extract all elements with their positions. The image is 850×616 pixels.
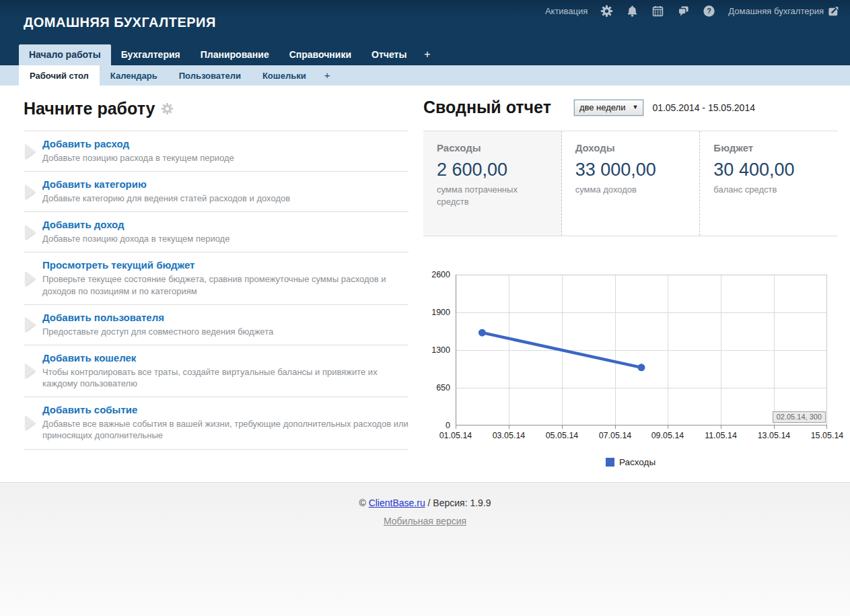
add-tab-button[interactable]: + (417, 44, 437, 65)
summary-report-section: Сводный отчет две недели ▼ 01.05.2014 - … (423, 98, 838, 482)
external-link-icon[interactable] (828, 5, 841, 18)
summary-title: Сводный отчет (423, 98, 551, 117)
period-select[interactable]: две недели ▼ (574, 100, 643, 116)
tab-accounting[interactable]: Бухгалтерия (111, 44, 190, 65)
tab-directories[interactable]: Справочники (279, 44, 361, 65)
y-axis-tick: 0 (423, 420, 450, 431)
copyright-line: © ClientBase.ru / Версия: 1.9.9 (0, 498, 850, 508)
list-item-title[interactable]: Добавить категорию (42, 178, 409, 190)
arrow-right-icon (25, 225, 35, 240)
stat-card-budget[interactable]: Бюджет 30 400,00 баланс средств (700, 131, 838, 236)
chart-svg (456, 275, 827, 430)
list-item-title[interactable]: Добавить событие (42, 404, 409, 415)
plot-area: 02.05.14, 300 (456, 275, 827, 430)
copyright-symbol: © (359, 498, 365, 508)
tab-getting-started[interactable]: Начало работы (19, 44, 111, 65)
list-item-description: Чтобы контролировать все траты, создайте… (42, 366, 409, 389)
mobile-version-link[interactable]: Мобильная версия (384, 516, 466, 526)
x-axis-tick: 03.05.14 (493, 431, 526, 440)
list-item-add-user[interactable]: Добавить пользователя Предоставьте досту… (24, 305, 409, 345)
list-item-title[interactable]: Добавить кошелек (42, 352, 409, 364)
x-axis-tick: 13.05.14 (758, 431, 791, 440)
page-footer: © ClientBase.ru / Версия: 1.9.9 Мобильна… (0, 482, 850, 616)
subtab-desktop[interactable]: Рабочий стол (19, 65, 100, 85)
list-item-title[interactable]: Добавить доход (42, 219, 409, 230)
summary-header: Сводный отчет две недели ▼ 01.05.2014 - … (423, 98, 838, 117)
x-axis-tick: 01.05.14 (439, 431, 472, 440)
bell-icon[interactable] (626, 5, 639, 18)
list-item-description: Добавьте все важные события в вашей жизн… (42, 418, 409, 441)
stats-row: Расходы 2 600,00 сумма потраченных средс… (423, 131, 838, 236)
stat-value: 2 600,00 (437, 160, 548, 180)
stat-caption: сумма доходов (575, 184, 686, 196)
subtab-users[interactable]: Пользователи (168, 65, 252, 85)
sub-nav: Рабочий стол Календарь Пользователи Коше… (0, 65, 850, 85)
list-item-title[interactable]: Добавить пользователя (42, 312, 409, 323)
x-axis-tick: 15.05.14 (811, 431, 844, 440)
app-title: ДОМАШНЯЯ БУХГАЛТЕРИЯ (24, 15, 216, 30)
gear-icon[interactable] (600, 5, 613, 18)
header-actions: Активация ? Домашняя бухгалтерия (545, 5, 841, 18)
y-axis-tick: 650 (423, 382, 450, 393)
list-item-description: Добавьте категорию для ведения статей ра… (42, 193, 409, 204)
help-icon[interactable]: ? (703, 5, 715, 18)
main-nav: Начало работы Бухгалтерия Планирование С… (0, 44, 850, 65)
stat-caption: сумма потраченных средств (437, 184, 548, 207)
stat-label: Бюджет (713, 142, 824, 153)
y-axis-tick: 2600 (423, 269, 450, 280)
list-item-description: Предоставьте доступ для совместного веде… (42, 326, 409, 337)
x-axis-tick: 11.05.14 (705, 431, 737, 440)
list-item-title[interactable]: Добавить расход (42, 138, 409, 149)
stat-card-income[interactable]: Доходы 33 000,00 сумма доходов (562, 131, 701, 236)
period-select-value: две недели (579, 102, 626, 112)
calendar-icon[interactable] (651, 5, 664, 18)
list-item-description: Добавьте позицию дохода в текущем период… (42, 233, 409, 244)
settings-gear-icon[interactable] (161, 102, 174, 115)
y-axis-tick: 1300 (423, 345, 450, 355)
subtab-wallets[interactable]: Кошельки (252, 65, 317, 85)
x-axis-tick: 07.05.14 (599, 431, 632, 440)
app-header: ДОМАШНЯЯ БУХГАЛТЕРИЯ Активация ? Домашня… (0, 0, 850, 85)
getting-started-title: Начните работу (24, 99, 155, 118)
list-item-add-income[interactable]: Добавить доход Добавьте позицию дохода в… (24, 212, 409, 252)
arrow-right-icon (25, 144, 35, 159)
x-axis-tick: 05.05.14 (546, 431, 579, 440)
subtab-calendar[interactable]: Календарь (100, 65, 168, 85)
list-item-description: Проверьте текущее состояние бюджета, сра… (42, 273, 409, 296)
stat-card-expenses[interactable]: Расходы 2 600,00 сумма потраченных средс… (423, 131, 562, 236)
legend-swatch (606, 458, 614, 467)
arrow-right-icon (25, 184, 35, 199)
activation-link[interactable]: Активация (545, 6, 588, 16)
list-item-view-budget[interactable]: Просмотреть текущий бюджет Проверьте тек… (24, 252, 409, 304)
date-range-label: 01.05.2014 - 15.05.2014 (652, 102, 755, 113)
list-item-description: Добавьте позицию расхода в текущем перио… (42, 152, 409, 164)
y-axis-tick: 1900 (423, 307, 450, 318)
list-item-add-expense[interactable]: Добавить расход Добавьте позицию расхода… (24, 131, 409, 172)
chevron-down-icon: ▼ (632, 104, 638, 110)
arrow-right-icon (25, 317, 35, 332)
version-label: / Версия: 1.9.9 (428, 498, 491, 508)
arrow-right-icon (25, 364, 35, 378)
add-subtab-button[interactable]: + (317, 65, 338, 85)
chart-legend: Расходы (423, 457, 838, 467)
list-item-title[interactable]: Просмотреть текущий бюджет (42, 259, 409, 271)
legend-label: Расходы (619, 457, 656, 467)
arrow-right-icon (25, 415, 35, 430)
list-item-add-event[interactable]: Добавить событие Добавьте все важные соб… (24, 397, 409, 449)
stat-caption: баланс средств (713, 184, 824, 196)
list-item-add-category[interactable]: Добавить категорию Добавьте категорию дл… (24, 172, 409, 212)
expenses-line-chart: 2600 1900 1300 650 0 (423, 268, 838, 448)
getting-started-section: Начните работу Добавить расход Добавьте … (24, 98, 409, 482)
chat-icon[interactable] (677, 5, 690, 18)
account-area: Домашняя бухгалтерия (728, 5, 841, 18)
tab-planning[interactable]: Планирование (190, 44, 279, 65)
tab-reports[interactable]: Отчеты (361, 44, 417, 65)
account-link[interactable]: Домашняя бухгалтерия (728, 6, 824, 16)
clientbase-link[interactable]: ClientBase.ru (369, 498, 425, 508)
stat-label: Расходы (437, 142, 548, 153)
svg-text:?: ? (707, 7, 712, 15)
x-axis-tick: 09.05.14 (651, 431, 684, 440)
chart-tooltip: 02.05.14, 300 (773, 411, 826, 423)
list-item-add-wallet[interactable]: Добавить кошелек Чтобы контролировать вс… (24, 345, 409, 397)
header-top-bar: ДОМАШНЯЯ БУХГАЛТЕРИЯ Активация ? Домашня… (0, 0, 850, 44)
